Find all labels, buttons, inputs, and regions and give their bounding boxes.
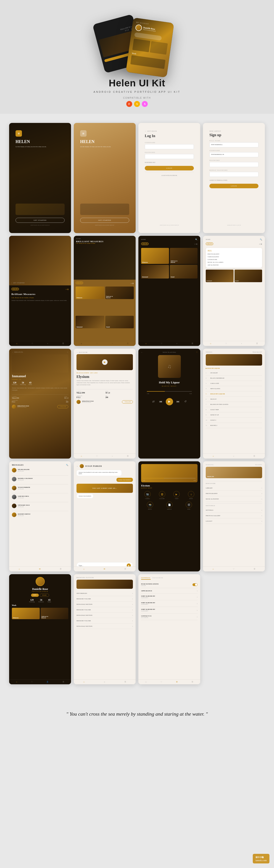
all-menu-search[interactable]: 🔍 (260, 239, 262, 241)
track-black-skinhead[interactable]: 2BLACK SKINHEAD (206, 376, 262, 381)
quote-text: " You can't cross the sea merely by stan… (9, 710, 265, 718)
immanuel-followers-count: 120 (12, 381, 18, 384)
player-play[interactable]: ▶ (166, 398, 173, 405)
portfolio-filter-gold[interactable]: ≡ ⊞ (131, 282, 134, 284)
screen-portfolio-gold: HOME BRILLIANT MEASURES Life, Beauty & A… (74, 236, 136, 346)
get-started-btn-gold[interactable]: GET STARTED (80, 218, 129, 223)
player-gallery-icon[interactable]: 🖼 (159, 491, 165, 497)
watermark-text: iamxk.com (255, 859, 267, 862)
get-started-btn-dark[interactable]: GET STARTED (15, 218, 65, 223)
screen-elysium: ← ELYSIUM ▶ BLACK & WHITE · 2017, 2018 E… (74, 349, 136, 459)
signup-username-input[interactable]: TONYMARSHALL 00 (209, 152, 259, 157)
messages-search[interactable]: 🔍 (66, 464, 68, 466)
settings-sort-2[interactable]: SORT ALBUMS BY ALPHABET › (141, 600, 198, 607)
all-menu-nav: HOME (206, 239, 210, 240)
track-send-it-up[interactable]: 9SEND IT UP (206, 412, 262, 418)
track-hold-my-liquor[interactable]: 5HOLD MY LIQUOR (206, 392, 262, 397)
playlist-brokori-2[interactable]: BROKORI VOLUME› (76, 607, 133, 613)
explore-music[interactable]: MUSIC & POETRY › (206, 496, 262, 502)
immanuel-follow-btn[interactable]: + FOLLOW (57, 405, 68, 408)
signup-name-input[interactable]: TONY MARSHALL (209, 142, 259, 147)
screen-portfolio-dark: ← GET STARTED ALL ▼ ≡ ⊞ Brilliant Measur… (9, 236, 71, 346)
player-more[interactable]: ♡ (196, 351, 198, 353)
playlist-jeff[interactable]: JEFF BRIDGES› (76, 591, 133, 596)
player-prev[interactable]: ⏮ (159, 399, 163, 404)
player-music-icon[interactable]: ♫ (188, 491, 194, 497)
settings-push-notif[interactable]: PUSH NOTIFICATIONS ON/OFF (141, 582, 198, 588)
msg-hayden[interactable]: HAYDEN MINTZ ON PLAN (12, 513, 68, 517)
playlist-brokori-1[interactable]: BROKORI VOLUME› (76, 596, 133, 601)
all-menu-filter[interactable]: ≡ ⊞ (259, 243, 262, 245)
chat-msg-3: Aenean vitae hendrerit. (76, 494, 93, 498)
immanuel-aperture: F/2.2 (12, 401, 18, 403)
msg-sam[interactable]: SAM MCCREA ON PLAN (12, 495, 68, 499)
explore-settings-item[interactable]: SETTINGS › (206, 507, 262, 513)
all-menu-video[interactable]: VIDEOGRAPHY (208, 256, 260, 258)
player-next[interactable]: ⏭ (176, 399, 180, 404)
signup-btn[interactable]: LOGIN (209, 184, 259, 188)
all-menu-photo[interactable]: PHOTOGRAPHY (208, 253, 260, 255)
login-username-input[interactable] (145, 144, 194, 149)
all-menu-all[interactable]: ALL (208, 250, 260, 252)
track-blood[interactable]: 7BLOOD ON THE LEAVES (206, 402, 262, 407)
track-new-slaves[interactable]: 4NEW SLAVES (206, 386, 262, 392)
track-bound-2[interactable]: 11BOUND 2 (206, 423, 262, 428)
settings-appearance[interactable]: APPEARANCE › (141, 588, 198, 594)
player-photo-icon[interactable]: 📸 (147, 501, 153, 508)
player-article-icon[interactable]: 📄 (166, 501, 173, 508)
screen-tracklist: YEEZUS TRACKLIST ▶ HOLD MY LIQUOR 1ON SI… (203, 349, 265, 459)
player-film-icon[interactable]: 🎬 (185, 501, 192, 508)
elysium-follow-btn[interactable]: + FOLLOW (122, 400, 133, 403)
immanuel-title: Immanuel (12, 374, 68, 378)
quote-section: " You can't cross the sea merely by stan… (0, 696, 274, 732)
profile-edit-btn[interactable]: EDIT (31, 594, 39, 597)
helen-footer-dark: DON'T HAVE AN ACCOUNT SIGN UP (15, 225, 65, 226)
elysium-nav: ← ELYSIUM (76, 351, 133, 353)
settings-sort-3[interactable]: SORT ALBUMS BY ALPHABET › (141, 607, 198, 614)
explore-photo-gallery[interactable]: PHOTO & GALLERY › (206, 513, 262, 519)
all-dark-search[interactable]: 🔍 (195, 239, 198, 241)
playlist-dona-2[interactable]: DONA BALE MOTION› (76, 613, 133, 618)
playlist-dona-3[interactable]: DONA BALE MOTION› (76, 623, 133, 629)
msg-stewart[interactable]: STEWART JR H ON PLAN (12, 503, 68, 508)
explore-logout[interactable]: LOGOUT › (206, 519, 262, 524)
settings-tab-favourite[interactable]: FAVOURITE (152, 577, 163, 580)
watermark: 设计小咖 iamxk.com (253, 854, 269, 863)
elysium-iso: 200 (105, 396, 133, 399)
player-camera-icon[interactable]: 📷 (144, 491, 151, 497)
all-menu-art[interactable]: ART & POETRY (208, 264, 260, 266)
settings-tab-general[interactable]: GENERAL (141, 577, 151, 580)
explore-photography[interactable]: PHOTOGRAPHY › (206, 491, 262, 496)
profile-share-btn[interactable]: SHARE (40, 594, 49, 597)
track-im-in-it[interactable]: 6I'M IN IT (206, 397, 262, 402)
msg-selma[interactable]: SELMA RALPH ON PLAN (12, 468, 68, 472)
settings-contact[interactable]: CONTACT US AT A HOUR › (141, 614, 198, 620)
msg-daniel[interactable]: DANIEL COLEMAN ON PLAN (12, 477, 68, 482)
player-shuffle[interactable]: ⇄ (151, 399, 156, 404)
hero-tool-icons: F S X (126, 101, 148, 107)
helen-footer-gold: DON'T HAVE AN ACCOUNT SIGN UP (80, 225, 129, 226)
login-social[interactable]: LOGIN WITH FACEBOOK (145, 175, 194, 176)
player-repeat[interactable]: ↺ (183, 399, 188, 404)
all-menu-music[interactable]: MUSIC & LULLABIES (208, 261, 260, 263)
explore-library[interactable]: LIBRARY › (206, 485, 262, 491)
portfolio-filter-dark[interactable]: ≡ ⊞ (66, 288, 69, 290)
playlist-dona-1[interactable]: DONA BALE MOTION› (76, 601, 133, 607)
immanuel-like[interactable]: ♡ (67, 351, 68, 353)
all-menu-lit[interactable]: LITERATURE (208, 259, 260, 260)
login-btn[interactable]: LOGIN (145, 166, 194, 170)
msg-susan[interactable]: SUSAN PARKER ON PLAN (12, 486, 68, 490)
login-password-input[interactable] (145, 154, 194, 159)
playlist-brokori-3[interactable]: BROKORI VOLUME› (76, 618, 133, 623)
all-dark-filter[interactable]: ≡ ⊞ (194, 243, 198, 245)
player-video-icon[interactable]: ▶ (173, 491, 180, 497)
track-guilt-trip[interactable]: 8GUILT TRIP (206, 407, 262, 412)
track-on-sight[interactable]: 1ON SIGHT (206, 370, 262, 376)
signup-repeat-input[interactable] (209, 172, 259, 177)
chat-input[interactable] (78, 565, 126, 566)
track-i-am-a-god[interactable]: 3I AM A GOD (206, 381, 262, 386)
signup-password-input[interactable] (209, 162, 259, 167)
track-guilt-2[interactable]: 10GUILT 2 (206, 418, 262, 423)
hero-phones: Nikon D90 50 1.4 F/1.8 200 MY ACCOUNT Da… (0, 9, 274, 73)
settings-sort-1[interactable]: SORT ALBUMS BY ALPHABET › (141, 594, 198, 600)
